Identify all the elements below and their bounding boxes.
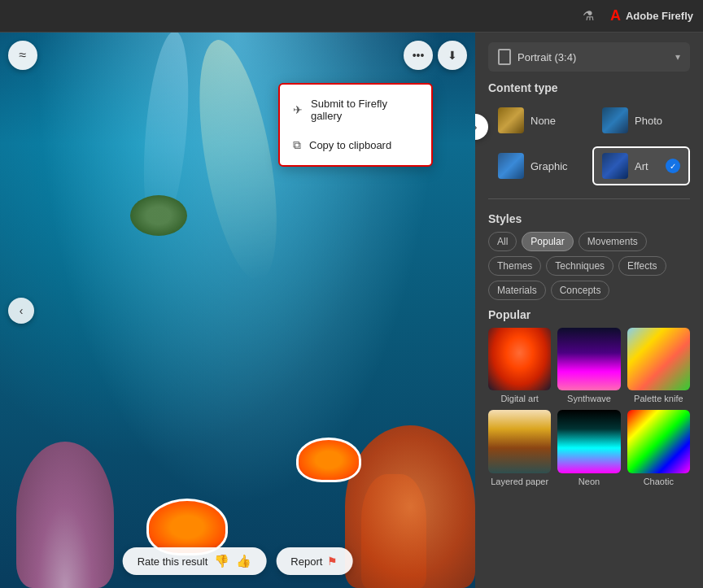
brand-logo: A Adobe Firefly (610, 7, 693, 24)
photo-label: Photo (635, 115, 662, 127)
art-thumb (602, 153, 628, 179)
style-neon[interactable]: Neon (557, 410, 620, 486)
fish-clown-1 (296, 438, 361, 482)
sidebar-nav-arrow[interactable]: › (475, 114, 488, 140)
palette-knife-thumb (627, 328, 690, 390)
graphic-thumb (498, 153, 524, 179)
none-thumb (498, 107, 524, 133)
divider-1 (488, 198, 690, 199)
image-bottom-bar: Rate this result 👎 👍 Report ⚑ (123, 547, 353, 575)
neon-thumb (557, 410, 620, 473)
rate-label: Rate this result (138, 555, 208, 568)
content-type-grid: None Photo Graphic Art ✓ (488, 101, 690, 185)
sidebar-arrow-icon: › (475, 120, 477, 133)
content-type-title: Content type (488, 81, 690, 94)
styles-title: Styles (488, 212, 690, 225)
style-filters: All Popular Movements Themes Techniques … (488, 232, 690, 300)
style-layered-paper[interactable]: Layered paper (488, 410, 551, 486)
neon-label: Neon (557, 477, 620, 486)
filter-concepts[interactable]: Concepts (551, 281, 610, 300)
digital-art-label: Digital art (488, 394, 551, 403)
right-sidebar: › Portrait (3:4) ▾ Content type None Pho… (475, 33, 703, 588)
content-type-none[interactable]: None (488, 101, 586, 140)
adobe-icon: A (610, 7, 621, 24)
popular-label: Popular (488, 308, 690, 321)
art-check-badge: ✓ (666, 159, 680, 173)
filter-movements[interactable]: Movements (579, 232, 647, 251)
copy-clipboard-label: Copy to clipboard (309, 139, 391, 151)
main-content: ≈ ••• ✈ Submit to Firefly gallery (0, 33, 703, 588)
thumbdown-icon[interactable]: 👎 (214, 554, 229, 568)
chaotic-thumb (627, 410, 690, 473)
style-chaotic[interactable]: Chaotic (627, 410, 690, 486)
coral-orange (345, 425, 475, 588)
photo-thumb (602, 107, 628, 133)
layered-paper-label: Layered paper (488, 477, 551, 486)
content-type-photo[interactable]: Photo (592, 101, 690, 140)
filter-themes[interactable]: Themes (488, 256, 541, 276)
chaotic-label: Chaotic (627, 477, 690, 486)
more-button[interactable]: ••• (404, 41, 433, 70)
rate-result-button[interactable]: Rate this result 👎 👍 (123, 547, 267, 575)
report-label: Report (290, 555, 322, 568)
brand-name: Adobe Firefly (626, 10, 693, 22)
none-label: None (531, 115, 556, 127)
coral-left (16, 442, 114, 588)
content-type-art[interactable]: Art ✓ (592, 146, 690, 185)
wavy-icon: ≈ (20, 48, 27, 63)
submit-icon: ✈ (293, 103, 303, 116)
download-button[interactable]: ⬇ (438, 41, 467, 70)
synthwave-thumb (557, 328, 620, 390)
portrait-label: Portrait (3:4) (517, 51, 576, 63)
synthwave-label: Synthwave (557, 394, 620, 403)
filter-effects[interactable]: Effects (618, 256, 666, 276)
copy-icon: ⧉ (293, 138, 301, 152)
submit-to-gallery-item[interactable]: ✈ Submit to Firefly gallery (280, 89, 431, 130)
wavy-button[interactable]: ≈ (8, 41, 37, 70)
flask-icon: ⚗ (583, 8, 594, 24)
filter-popular[interactable]: Popular (522, 232, 573, 251)
portrait-selector[interactable]: Portrait (3:4) ▾ (488, 42, 690, 72)
style-digital-art[interactable]: Digital art (488, 328, 551, 403)
dropdown-menu: ✈ Submit to Firefly gallery ⧉ Copy to cl… (278, 83, 433, 167)
graphic-label: Graphic (531, 160, 568, 172)
palette-knife-label: Palette knife (627, 394, 690, 403)
filter-all[interactable]: All (488, 232, 517, 251)
portrait-rect-icon (498, 49, 511, 65)
portrait-left: Portrait (3:4) (498, 49, 576, 65)
submit-gallery-label: Submit to Firefly gallery (311, 98, 418, 122)
style-palette-knife[interactable]: Palette knife (627, 328, 690, 403)
nav-arrow-left[interactable]: ‹ (8, 298, 34, 324)
content-type-graphic[interactable]: Graphic (488, 146, 586, 185)
layered-paper-thumb (488, 410, 551, 473)
left-arrow-icon: ‹ (20, 304, 24, 317)
actions-container: ••• ✈ Submit to Firefly gallery ⧉ Copy t… (404, 41, 433, 70)
style-grid: Digital art Synthwave Palette knife Laye… (488, 328, 690, 486)
filter-techniques[interactable]: Techniques (546, 256, 613, 276)
fish-turtle (130, 195, 187, 236)
download-icon: ⬇ (448, 49, 457, 62)
image-panel: ≈ ••• ✈ Submit to Firefly gallery (0, 33, 475, 588)
chevron-down-icon: ▾ (675, 51, 680, 63)
art-label: Art (635, 160, 648, 172)
app-header: ⚗ A Adobe Firefly (0, 0, 703, 33)
report-button[interactable]: Report ⚑ (276, 547, 352, 575)
copy-to-clipboard-item[interactable]: ⧉ Copy to clipboard (280, 130, 431, 160)
image-actions: ••• ✈ Submit to Firefly gallery ⧉ Copy t… (404, 41, 467, 70)
more-icon: ••• (413, 49, 425, 62)
digital-art-thumb (488, 328, 551, 390)
filter-materials[interactable]: Materials (488, 281, 546, 300)
thumbup-icon[interactable]: 👍 (236, 554, 251, 568)
content-type-section: Content type None Photo Graphic Art (488, 81, 690, 185)
style-synthwave[interactable]: Synthwave (557, 328, 620, 403)
flag-icon: ⚑ (327, 555, 338, 568)
styles-section: Styles All Popular Movements Themes Tech… (488, 212, 690, 486)
